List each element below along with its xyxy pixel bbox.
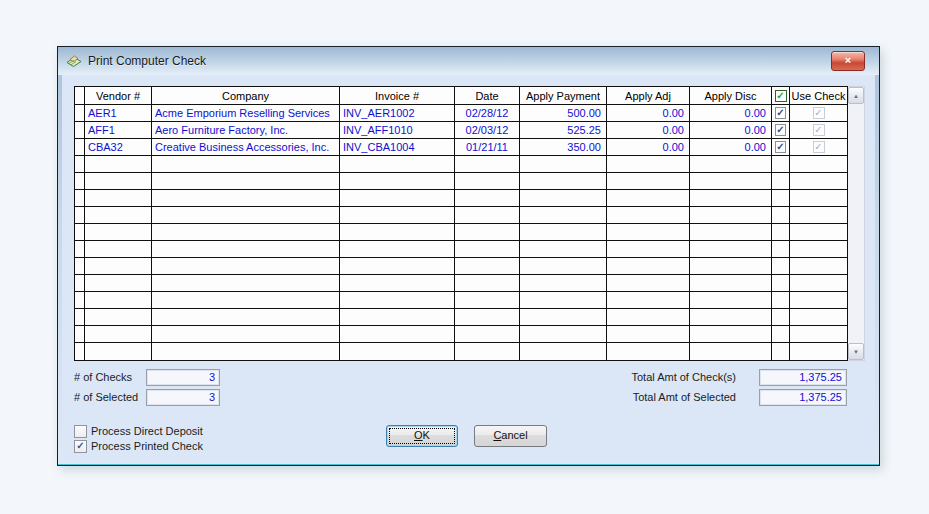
cell-apply-disc[interactable] — [690, 207, 772, 223]
cell-use-check[interactable] — [790, 258, 847, 274]
cell-use-check[interactable] — [790, 173, 847, 189]
cell-vendor[interactable] — [85, 343, 152, 360]
cell-select[interactable] — [772, 173, 790, 189]
table-row-empty[interactable] — [75, 343, 847, 360]
title-bar[interactable]: Print Computer Check × — [58, 47, 879, 75]
cell-invoice[interactable] — [340, 275, 455, 291]
row-selector[interactable] — [75, 139, 85, 155]
cell-apply-payment[interactable] — [520, 326, 607, 342]
row-select-checkbox[interactable]: ✓ — [775, 141, 786, 153]
cell-apply-disc[interactable] — [690, 241, 772, 257]
cell-apply-payment[interactable] — [520, 224, 607, 240]
process-printed-check-option[interactable]: ✓ Process Printed Check — [74, 439, 203, 453]
cell-date[interactable]: 01/21/11 — [455, 139, 520, 155]
cell-select[interactable] — [772, 292, 790, 308]
table-row-empty[interactable] — [75, 173, 847, 190]
row-selector[interactable] — [75, 326, 85, 342]
cell-apply-payment[interactable] — [520, 173, 607, 189]
cell-vendor[interactable] — [85, 241, 152, 257]
cell-invoice[interactable] — [340, 190, 455, 206]
cell-date[interactable] — [455, 326, 520, 342]
cell-company[interactable] — [152, 207, 340, 223]
table-row-empty[interactable] — [75, 309, 847, 326]
cell-company[interactable]: Creative Business Accessories, Inc. — [152, 139, 340, 155]
cell-select[interactable] — [772, 224, 790, 240]
cell-apply-payment[interactable] — [520, 241, 607, 257]
row-selector[interactable] — [75, 343, 85, 360]
cell-apply-payment[interactable] — [520, 292, 607, 308]
cell-invoice[interactable]: INV_AER1002 — [340, 105, 455, 121]
row-selector[interactable] — [75, 156, 85, 172]
cell-apply-payment[interactable]: 350.00 — [520, 139, 607, 155]
cell-apply-payment[interactable] — [520, 156, 607, 172]
process-direct-deposit-option[interactable]: Process Direct Deposit — [74, 424, 203, 438]
row-selector[interactable] — [75, 122, 85, 138]
cell-apply-adj[interactable] — [607, 173, 690, 189]
cell-apply-payment[interactable]: 525.25 — [520, 122, 607, 138]
cell-apply-adj[interactable] — [607, 275, 690, 291]
close-button[interactable]: × — [831, 51, 865, 71]
cell-invoice[interactable] — [340, 173, 455, 189]
cell-apply-disc[interactable] — [690, 343, 772, 360]
cell-date[interactable] — [455, 275, 520, 291]
cell-select[interactable] — [772, 156, 790, 172]
cell-select[interactable] — [772, 190, 790, 206]
direct-deposit-checkbox[interactable] — [74, 425, 87, 438]
cell-date[interactable] — [455, 173, 520, 189]
row-selector[interactable] — [75, 292, 85, 308]
table-row[interactable]: AER1 Acme Emporium Reselling Services IN… — [75, 105, 847, 122]
scrollbar-track[interactable] — [848, 104, 864, 343]
cell-vendor[interactable] — [85, 292, 152, 308]
cell-apply-disc[interactable] — [690, 190, 772, 206]
cell-apply-adj[interactable] — [607, 190, 690, 206]
cell-invoice[interactable] — [340, 343, 455, 360]
table-row-empty[interactable] — [75, 258, 847, 275]
col-header-select-all[interactable]: ✓ — [772, 87, 790, 104]
cell-date[interactable] — [455, 207, 520, 223]
cell-apply-disc[interactable] — [690, 173, 772, 189]
cell-apply-adj[interactable] — [607, 326, 690, 342]
cell-apply-adj[interactable] — [607, 156, 690, 172]
cell-apply-payment[interactable]: 500.00 — [520, 105, 607, 121]
cell-company[interactable] — [152, 241, 340, 257]
cell-company[interactable] — [152, 343, 340, 360]
cell-apply-disc[interactable]: 0.00 — [690, 105, 772, 121]
cell-select[interactable] — [772, 326, 790, 342]
row-select-checkbox[interactable]: ✓ — [775, 124, 786, 136]
cell-invoice[interactable] — [340, 309, 455, 325]
cell-vendor[interactable] — [85, 156, 152, 172]
cell-apply-adj[interactable]: 0.00 — [607, 139, 690, 155]
row-selector[interactable] — [75, 309, 85, 325]
row-selector[interactable] — [75, 241, 85, 257]
cell-vendor[interactable] — [85, 207, 152, 223]
cell-select[interactable]: ✓ — [772, 105, 790, 121]
cell-company[interactable] — [152, 326, 340, 342]
cell-apply-disc[interactable] — [690, 258, 772, 274]
cell-vendor[interactable]: CBA32 — [85, 139, 152, 155]
cell-apply-disc[interactable] — [690, 326, 772, 342]
cell-date[interactable] — [455, 156, 520, 172]
cell-select[interactable] — [772, 275, 790, 291]
table-row-empty[interactable] — [75, 190, 847, 207]
cell-vendor[interactable] — [85, 190, 152, 206]
cell-company[interactable] — [152, 292, 340, 308]
table-row-empty[interactable] — [75, 326, 847, 343]
cancel-button[interactable]: Cancel — [474, 425, 547, 447]
cell-apply-disc[interactable] — [690, 309, 772, 325]
row-selector[interactable] — [75, 258, 85, 274]
cell-apply-disc[interactable]: 0.00 — [690, 139, 772, 155]
table-row-empty[interactable] — [75, 207, 847, 224]
cell-use-check[interactable] — [790, 190, 847, 206]
cell-select[interactable] — [772, 207, 790, 223]
row-selector[interactable] — [75, 207, 85, 223]
vertical-scrollbar[interactable]: ▲ ▼ — [848, 86, 865, 361]
cell-select[interactable]: ✓ — [772, 122, 790, 138]
cell-use-check[interactable] — [790, 326, 847, 342]
cell-company[interactable] — [152, 275, 340, 291]
cell-vendor[interactable] — [85, 258, 152, 274]
table-row-empty[interactable] — [75, 156, 847, 173]
cell-use-check[interactable] — [790, 292, 847, 308]
cell-apply-payment[interactable] — [520, 207, 607, 223]
cell-invoice[interactable] — [340, 258, 455, 274]
cell-invoice[interactable] — [340, 326, 455, 342]
